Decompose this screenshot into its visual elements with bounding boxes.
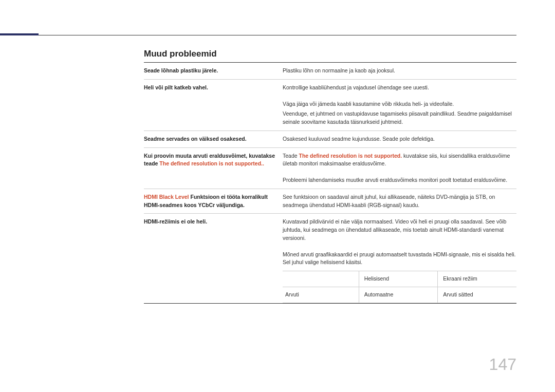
sub-table-cell: Ekraani režiim xyxy=(438,271,516,287)
row-content: Teade The defined resolution is not supp… xyxy=(283,152,516,169)
top-accent-bar xyxy=(0,33,39,35)
table-row: Mõned arvuti graafikakaardid ei pruugi a… xyxy=(144,247,516,271)
row-content: Plastiku lõhn on normaalne ja kaob aja j… xyxy=(283,67,516,75)
row-label: HDMI-režiimis ei ole heli. xyxy=(144,218,283,242)
content-area: Muud probleemid Seade lõhnab plastiku jä… xyxy=(144,49,516,304)
row-content: Probleemi lahendamiseks muutke arvuti er… xyxy=(283,176,516,184)
table-row: HDMI Black Level Funktsioon ei tööta kor… xyxy=(144,189,516,214)
sub-table-cell xyxy=(283,271,359,287)
row-label: Kui proovin muuta arvuti eraldusvõimet, … xyxy=(144,152,283,169)
row-label: Seade lõhnab plastiku järele. xyxy=(144,67,283,75)
row-text: Väga jäiga või jämeda kaabli kasutamine … xyxy=(283,100,516,108)
sub-table-row: Arvuti Automaatne Arvuti sätted xyxy=(283,287,516,303)
row-content: See funktsioon on saadaval ainult juhul,… xyxy=(283,193,516,210)
row-text: Veenduge, et juhtmed on vastupidavuse ta… xyxy=(283,110,516,126)
page-number: 147 xyxy=(489,355,516,374)
sub-table: Helisisend Ekraani režiim Arvuti Automaa… xyxy=(283,271,516,303)
row-label: Seadme servades on väiksed osakesed. xyxy=(144,135,283,143)
sub-table-cell: Arvuti xyxy=(283,287,359,303)
row-label-empty xyxy=(144,251,283,267)
table-row: Helisisend Ekraani režiim Arvuti Automaa… xyxy=(144,271,516,303)
sub-table-cell: Helisisend xyxy=(359,271,438,287)
row-label-empty xyxy=(144,100,283,126)
row-label-empty xyxy=(144,271,283,303)
row-label: Heli või pilt katkeb vahel. xyxy=(144,84,283,92)
table-row: Kui proovin muuta arvuti eraldusvõimet, … xyxy=(144,148,516,173)
row-label-red: HDMI Black Level xyxy=(144,194,189,200)
row-label-red: The defined resolution is not supported.… xyxy=(159,160,264,166)
row-content: Kontrollige kaabliühendust ja vajadusel … xyxy=(283,84,516,92)
row-text: Teade xyxy=(283,153,299,159)
sub-table-header: Helisisend Ekraani režiim xyxy=(283,271,516,287)
row-text-red: The defined resolution is not supported. xyxy=(299,153,402,159)
sub-table-wrap: Helisisend Ekraani režiim Arvuti Automaa… xyxy=(283,271,516,303)
sub-table-cell: Arvuti sätted xyxy=(438,287,516,303)
section-title: Muud probleemid xyxy=(144,49,516,59)
table-row: Seade lõhnab plastiku järele. Plastiku l… xyxy=(144,63,516,80)
table-row: Seadme servades on väiksed osakesed. Osa… xyxy=(144,130,516,148)
section-end-divider xyxy=(144,303,516,304)
table-row: Heli või pilt katkeb vahel. Kontrollige … xyxy=(144,80,516,96)
row-content: Osakesed kuuluvad seadme kujundusse. Sea… xyxy=(283,135,516,143)
row-content: Mõned arvuti graafikakaardid ei pruugi a… xyxy=(283,251,516,267)
row-content: Kuvatavad pildivärvid ei näe välja norma… xyxy=(283,218,516,242)
row-label: HDMI Black Level Funktsioon ei tööta kor… xyxy=(144,193,283,210)
table-row: Probleemi lahendamiseks muutke arvuti er… xyxy=(144,172,516,189)
top-divider xyxy=(39,35,516,35)
row-content: Väga jäiga või jämeda kaabli kasutamine … xyxy=(283,100,516,126)
table-row: Väga jäiga või jämeda kaabli kasutamine … xyxy=(144,96,516,130)
row-label-empty xyxy=(144,176,283,184)
sub-table-cell: Automaatne xyxy=(359,287,438,303)
table-row: HDMI-režiimis ei ole heli. Kuvatavad pil… xyxy=(144,214,516,246)
